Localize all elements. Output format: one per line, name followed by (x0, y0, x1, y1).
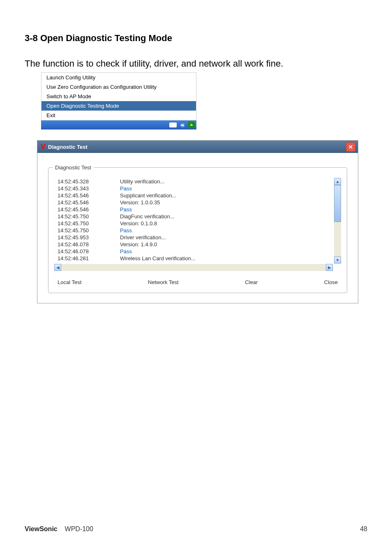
menu-launch-config-utility[interactable]: Launch Config Utility (42, 73, 196, 82)
log-timestamp: 14:52:45.750 (54, 227, 120, 234)
log-timestamp: 14:52:46.078 (54, 248, 120, 255)
menu-exit[interactable]: Exit (42, 111, 196, 120)
log-message: Utility verification... (120, 178, 333, 185)
close-button[interactable]: Close (322, 278, 340, 287)
clear-button[interactable]: Clear (242, 278, 260, 287)
network-icon[interactable] (179, 122, 186, 128)
log-message: Driver verification... (120, 234, 333, 241)
log-message: Wireless Lan Card verification... (120, 255, 333, 262)
diagnostic-log: 14:52:45.328Utility verification...14:52… (54, 178, 333, 264)
local-test-button[interactable]: Local Test (55, 278, 84, 287)
log-timestamp: 14:52:45.750 (54, 220, 120, 227)
groupbox-title: Diagnostic Test (53, 164, 94, 171)
log-message: Pass (120, 206, 333, 213)
log-timestamp: 14:52:45.328 (54, 178, 120, 185)
dialog-titlebar[interactable]: V Diagnostic Test ✕ (37, 141, 358, 153)
log-timestamp: 14:52:45.546 (54, 199, 120, 206)
footer-model: WPD-100 (65, 525, 93, 532)
horizontal-scroll-track[interactable] (61, 264, 326, 271)
keyboard-icon (169, 123, 177, 127)
log-timestamp: 14:52:45.343 (54, 185, 120, 192)
vertical-scrollbar[interactable]: ▲ ▼ (334, 178, 341, 264)
menu-switch-to-ap-mode[interactable]: Switch to AP Mode (42, 92, 196, 101)
log-timestamp: 14:52:46.078 (54, 241, 120, 248)
diagnostic-groupbox: Diagnostic Test 14:52:45.328Utility veri… (48, 164, 347, 293)
log-message: Supplicant verification... (120, 192, 333, 199)
footer-brand: ViewSonic (25, 525, 58, 532)
log-timestamp: 14:52:45.750 (54, 213, 120, 220)
log-message: Version: 1.4.9.0 (120, 241, 333, 248)
log-message: WLAN Card enabled (120, 262, 333, 264)
intro-text: The function is to check if utility, dri… (25, 58, 367, 69)
tray-menu-screenshot: Launch Config Utility Use Zero Configura… (41, 72, 196, 130)
log-message: DiagFunc verification... (120, 213, 333, 220)
vertical-scroll-track[interactable] (334, 185, 341, 257)
wlan-app-icon[interactable] (188, 122, 195, 128)
log-message: Pass (120, 248, 333, 255)
vertical-scroll-thumb[interactable] (334, 185, 341, 222)
log-message: Pass (120, 185, 333, 192)
log-message: Pass (120, 227, 333, 234)
log-timestamp: 14:52:45.546 (54, 192, 120, 199)
close-icon[interactable]: ✕ (346, 142, 355, 152)
diagnostic-test-dialog: V Diagnostic Test ✕ Diagnostic Test 14:5… (37, 140, 358, 303)
dialog-title: Diagnostic Test (48, 144, 88, 150)
network-test-button[interactable]: Network Test (145, 278, 181, 287)
taskbar-tray (41, 120, 196, 130)
tray-context-menu: Launch Config Utility Use Zero Configura… (41, 72, 196, 120)
log-timestamp: 14:52:45.953 (54, 234, 120, 241)
menu-use-zero-configuration[interactable]: Use Zero Configuration as Configuration … (42, 82, 196, 92)
log-message: Version: 0.1.0.8 (120, 220, 333, 227)
log-message: Version: 1.0.0.35 (120, 199, 333, 206)
scroll-up-button[interactable]: ▲ (334, 178, 341, 185)
section-heading: 3-8 Open Diagnostic Testing Mode (25, 33, 367, 44)
app-logo-icon: V (41, 143, 46, 150)
log-timestamp: 14:52:45.546 (54, 206, 120, 213)
scroll-right-button[interactable]: ▶ (326, 264, 333, 271)
scroll-down-button[interactable]: ▼ (334, 257, 341, 264)
scroll-left-button[interactable]: ◀ (54, 264, 61, 271)
horizontal-scrollbar[interactable]: ◀ ▶ (54, 264, 333, 271)
footer-page-number: 48 (360, 525, 367, 533)
log-timestamp: 14:52:46.281 (54, 262, 120, 264)
log-timestamp: 14:52:46.281 (54, 255, 120, 262)
menu-open-diagnostic-testing[interactable]: Open Diagnostic Testing Mode (42, 101, 196, 111)
